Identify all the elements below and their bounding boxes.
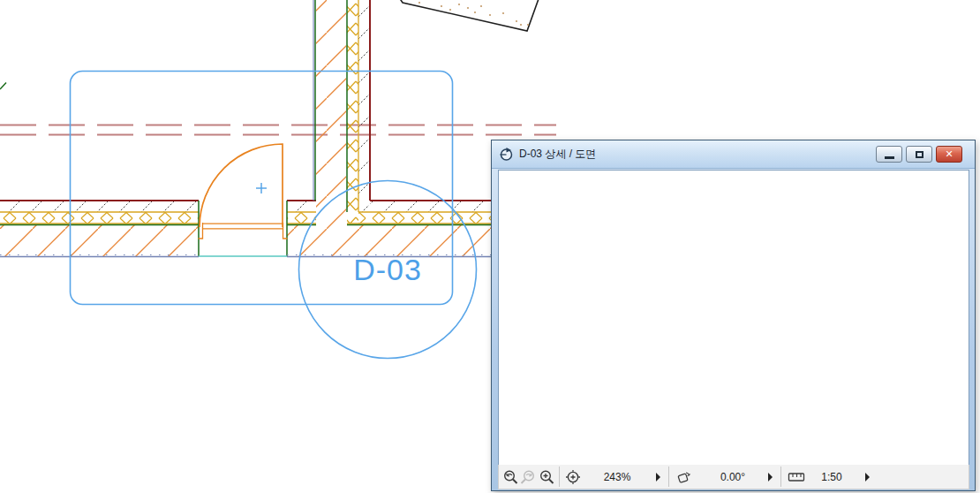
detail-drawing-area[interactable] — [498, 170, 969, 466]
detail-window: D-03 상세 / 도면 ✕ — [491, 140, 976, 491]
scale-expand-arrow-icon[interactable] — [865, 473, 870, 482]
toolbar-separator — [559, 466, 560, 487]
restore-button[interactable] — [906, 146, 932, 163]
detail-marker-icon — [499, 147, 514, 162]
scale-ruler-icon[interactable] — [788, 469, 805, 485]
plan-drawing — [0, 0, 565, 257]
detail-marker-label: D-03 — [353, 253, 422, 286]
close-button[interactable]: ✕ — [936, 146, 962, 163]
site-object-rotated — [397, 0, 539, 31]
detail-window-toolbar: 243% 0.00° 1:50 — [498, 465, 969, 489]
zoom-in-icon[interactable] — [539, 469, 554, 485]
rotation-icon[interactable] — [675, 469, 691, 485]
scale-value[interactable]: 1:50 — [805, 471, 858, 483]
toolbar-separator — [780, 466, 781, 487]
detail-content — [499, 171, 538, 205]
restore-icon — [916, 151, 923, 158]
zoom-percent-value[interactable]: 243% — [591, 471, 644, 483]
zoom-next-icon[interactable] — [520, 469, 536, 485]
window-title: D-03 상세 / 도면 — [519, 147, 876, 162]
minimize-icon — [885, 156, 894, 159]
minimize-button[interactable] — [876, 146, 902, 163]
zoom-expand-arrow-icon[interactable] — [656, 473, 660, 482]
detail-canvas[interactable] — [499, 171, 969, 465]
marker-center-cross-icon — [256, 183, 267, 193]
fit-in-window-icon[interactable] — [565, 469, 581, 485]
rotation-angle-value[interactable]: 0.00° — [706, 471, 759, 483]
detail-window-titlebar[interactable]: D-03 상세 / 도면 ✕ — [492, 140, 975, 169]
close-icon: ✕ — [945, 149, 953, 159]
rotation-expand-arrow-icon[interactable] — [768, 473, 773, 482]
zoom-previous-icon[interactable] — [502, 469, 518, 485]
toolbar-separator — [668, 466, 669, 487]
application-stage: D-03 D-03 상세 / 도면 ✕ — [0, 0, 980, 493]
